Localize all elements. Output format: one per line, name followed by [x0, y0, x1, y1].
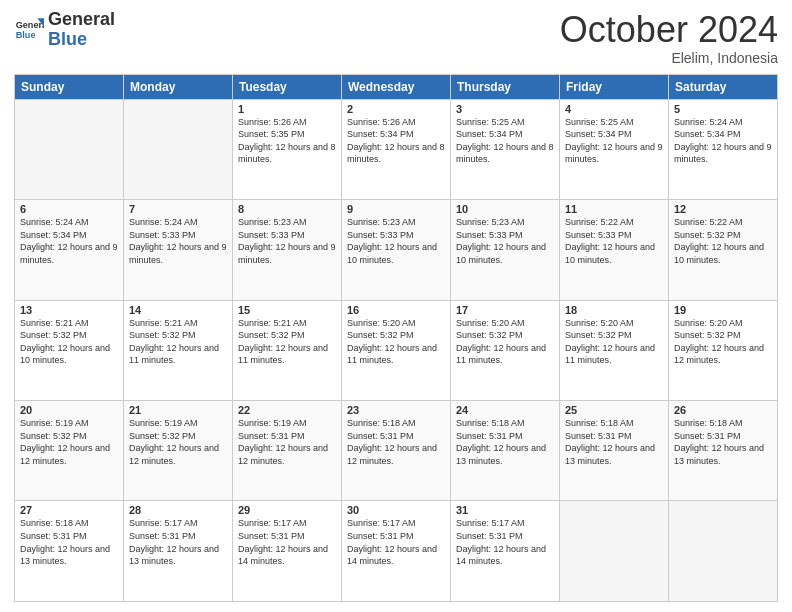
day-info: Sunrise: 5:24 AMSunset: 5:34 PMDaylight:…	[20, 216, 118, 266]
calendar-cell	[15, 99, 124, 199]
calendar-cell: 2Sunrise: 5:26 AMSunset: 5:34 PMDaylight…	[342, 99, 451, 199]
week-row-4: 27Sunrise: 5:18 AMSunset: 5:31 PMDayligh…	[15, 501, 778, 602]
calendar-cell: 26Sunrise: 5:18 AMSunset: 5:31 PMDayligh…	[669, 401, 778, 501]
day-number: 13	[20, 304, 118, 316]
calendar-cell: 7Sunrise: 5:24 AMSunset: 5:33 PMDaylight…	[124, 200, 233, 300]
calendar-cell: 8Sunrise: 5:23 AMSunset: 5:33 PMDaylight…	[233, 200, 342, 300]
weekday-header-sunday: Sunday	[15, 74, 124, 99]
day-info: Sunrise: 5:19 AMSunset: 5:32 PMDaylight:…	[129, 417, 227, 467]
calendar-cell: 14Sunrise: 5:21 AMSunset: 5:32 PMDayligh…	[124, 300, 233, 400]
day-info: Sunrise: 5:22 AMSunset: 5:32 PMDaylight:…	[674, 216, 772, 266]
weekday-header-row: SundayMondayTuesdayWednesdayThursdayFrid…	[15, 74, 778, 99]
day-number: 25	[565, 404, 663, 416]
day-info: Sunrise: 5:25 AMSunset: 5:34 PMDaylight:…	[565, 116, 663, 166]
day-info: Sunrise: 5:20 AMSunset: 5:32 PMDaylight:…	[456, 317, 554, 367]
day-info: Sunrise: 5:18 AMSunset: 5:31 PMDaylight:…	[347, 417, 445, 467]
day-number: 16	[347, 304, 445, 316]
location-subtitle: Elelim, Indonesia	[560, 50, 778, 66]
logo-icon: General Blue	[14, 15, 44, 45]
header: General Blue General Blue October 2024 E…	[14, 10, 778, 66]
calendar-cell: 6Sunrise: 5:24 AMSunset: 5:34 PMDaylight…	[15, 200, 124, 300]
svg-text:General: General	[16, 20, 44, 30]
svg-text:Blue: Blue	[16, 30, 36, 40]
day-number: 27	[20, 504, 118, 516]
calendar-cell: 25Sunrise: 5:18 AMSunset: 5:31 PMDayligh…	[560, 401, 669, 501]
calendar-cell: 3Sunrise: 5:25 AMSunset: 5:34 PMDaylight…	[451, 99, 560, 199]
day-info: Sunrise: 5:24 AMSunset: 5:33 PMDaylight:…	[129, 216, 227, 266]
week-row-0: 1Sunrise: 5:26 AMSunset: 5:35 PMDaylight…	[15, 99, 778, 199]
day-number: 4	[565, 103, 663, 115]
calendar-cell	[560, 501, 669, 602]
calendar-cell: 23Sunrise: 5:18 AMSunset: 5:31 PMDayligh…	[342, 401, 451, 501]
calendar-table: SundayMondayTuesdayWednesdayThursdayFrid…	[14, 74, 778, 602]
day-number: 28	[129, 504, 227, 516]
calendar-cell: 1Sunrise: 5:26 AMSunset: 5:35 PMDaylight…	[233, 99, 342, 199]
weekday-header-friday: Friday	[560, 74, 669, 99]
day-info: Sunrise: 5:20 AMSunset: 5:32 PMDaylight:…	[674, 317, 772, 367]
day-info: Sunrise: 5:20 AMSunset: 5:32 PMDaylight:…	[347, 317, 445, 367]
calendar-cell: 21Sunrise: 5:19 AMSunset: 5:32 PMDayligh…	[124, 401, 233, 501]
day-number: 19	[674, 304, 772, 316]
calendar-cell: 5Sunrise: 5:24 AMSunset: 5:34 PMDaylight…	[669, 99, 778, 199]
day-info: Sunrise: 5:23 AMSunset: 5:33 PMDaylight:…	[238, 216, 336, 266]
day-number: 15	[238, 304, 336, 316]
day-number: 8	[238, 203, 336, 215]
day-number: 1	[238, 103, 336, 115]
day-info: Sunrise: 5:20 AMSunset: 5:32 PMDaylight:…	[565, 317, 663, 367]
day-info: Sunrise: 5:17 AMSunset: 5:31 PMDaylight:…	[456, 517, 554, 567]
day-number: 6	[20, 203, 118, 215]
day-info: Sunrise: 5:21 AMSunset: 5:32 PMDaylight:…	[129, 317, 227, 367]
weekday-header-saturday: Saturday	[669, 74, 778, 99]
weekday-header-tuesday: Tuesday	[233, 74, 342, 99]
day-number: 17	[456, 304, 554, 316]
day-info: Sunrise: 5:23 AMSunset: 5:33 PMDaylight:…	[456, 216, 554, 266]
day-number: 26	[674, 404, 772, 416]
day-number: 12	[674, 203, 772, 215]
month-title: October 2024	[560, 10, 778, 50]
title-block: October 2024 Elelim, Indonesia	[560, 10, 778, 66]
day-info: Sunrise: 5:21 AMSunset: 5:32 PMDaylight:…	[238, 317, 336, 367]
calendar-cell: 15Sunrise: 5:21 AMSunset: 5:32 PMDayligh…	[233, 300, 342, 400]
day-number: 2	[347, 103, 445, 115]
day-info: Sunrise: 5:17 AMSunset: 5:31 PMDaylight:…	[238, 517, 336, 567]
day-info: Sunrise: 5:18 AMSunset: 5:31 PMDaylight:…	[674, 417, 772, 467]
calendar-cell: 31Sunrise: 5:17 AMSunset: 5:31 PMDayligh…	[451, 501, 560, 602]
calendar-cell: 13Sunrise: 5:21 AMSunset: 5:32 PMDayligh…	[15, 300, 124, 400]
weekday-header-thursday: Thursday	[451, 74, 560, 99]
day-number: 14	[129, 304, 227, 316]
day-number: 11	[565, 203, 663, 215]
day-number: 24	[456, 404, 554, 416]
week-row-3: 20Sunrise: 5:19 AMSunset: 5:32 PMDayligh…	[15, 401, 778, 501]
day-info: Sunrise: 5:18 AMSunset: 5:31 PMDaylight:…	[565, 417, 663, 467]
calendar-cell: 11Sunrise: 5:22 AMSunset: 5:33 PMDayligh…	[560, 200, 669, 300]
day-info: Sunrise: 5:22 AMSunset: 5:33 PMDaylight:…	[565, 216, 663, 266]
day-info: Sunrise: 5:26 AMSunset: 5:34 PMDaylight:…	[347, 116, 445, 166]
logo-text: General Blue	[48, 10, 115, 50]
calendar-cell: 10Sunrise: 5:23 AMSunset: 5:33 PMDayligh…	[451, 200, 560, 300]
day-number: 5	[674, 103, 772, 115]
weekday-header-wednesday: Wednesday	[342, 74, 451, 99]
week-row-2: 13Sunrise: 5:21 AMSunset: 5:32 PMDayligh…	[15, 300, 778, 400]
day-number: 7	[129, 203, 227, 215]
day-info: Sunrise: 5:24 AMSunset: 5:34 PMDaylight:…	[674, 116, 772, 166]
day-info: Sunrise: 5:23 AMSunset: 5:33 PMDaylight:…	[347, 216, 445, 266]
calendar-cell: 9Sunrise: 5:23 AMSunset: 5:33 PMDaylight…	[342, 200, 451, 300]
calendar-cell: 4Sunrise: 5:25 AMSunset: 5:34 PMDaylight…	[560, 99, 669, 199]
day-number: 23	[347, 404, 445, 416]
calendar-cell	[124, 99, 233, 199]
day-number: 30	[347, 504, 445, 516]
calendar-cell: 12Sunrise: 5:22 AMSunset: 5:32 PMDayligh…	[669, 200, 778, 300]
day-number: 3	[456, 103, 554, 115]
day-info: Sunrise: 5:19 AMSunset: 5:31 PMDaylight:…	[238, 417, 336, 467]
day-info: Sunrise: 5:17 AMSunset: 5:31 PMDaylight:…	[129, 517, 227, 567]
calendar-cell: 18Sunrise: 5:20 AMSunset: 5:32 PMDayligh…	[560, 300, 669, 400]
calendar-cell: 20Sunrise: 5:19 AMSunset: 5:32 PMDayligh…	[15, 401, 124, 501]
calendar-cell: 17Sunrise: 5:20 AMSunset: 5:32 PMDayligh…	[451, 300, 560, 400]
calendar-cell: 24Sunrise: 5:18 AMSunset: 5:31 PMDayligh…	[451, 401, 560, 501]
calendar-cell: 22Sunrise: 5:19 AMSunset: 5:31 PMDayligh…	[233, 401, 342, 501]
day-info: Sunrise: 5:21 AMSunset: 5:32 PMDaylight:…	[20, 317, 118, 367]
day-info: Sunrise: 5:19 AMSunset: 5:32 PMDaylight:…	[20, 417, 118, 467]
day-info: Sunrise: 5:17 AMSunset: 5:31 PMDaylight:…	[347, 517, 445, 567]
day-number: 22	[238, 404, 336, 416]
day-info: Sunrise: 5:18 AMSunset: 5:31 PMDaylight:…	[20, 517, 118, 567]
